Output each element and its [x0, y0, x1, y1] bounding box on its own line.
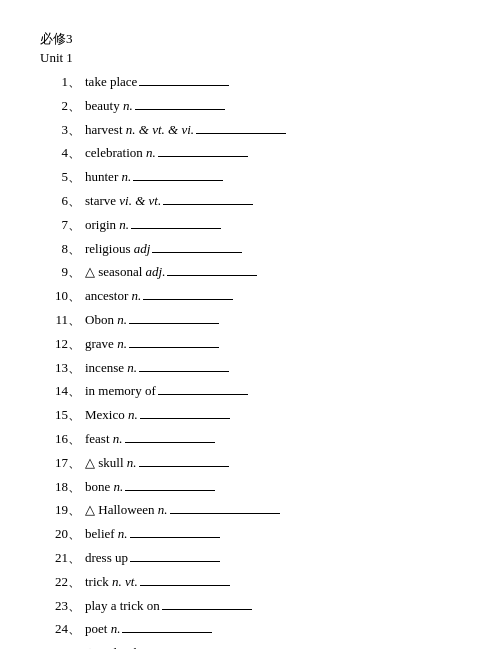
list-item: 2、beauty n.: [40, 96, 462, 117]
item-number: 2: [40, 96, 68, 117]
item-number: 15: [40, 405, 68, 426]
item-entry: Obon n.: [85, 310, 219, 331]
item-blank: [162, 597, 252, 610]
item-entry: △ seasonal adj.: [85, 262, 257, 283]
list-item: 14、in memory of: [40, 381, 462, 402]
item-number: 22: [40, 572, 68, 593]
vocab-list: 1、take place2、beauty n.3、harvest n. & vt…: [40, 72, 462, 649]
item-punct: 、: [68, 429, 81, 450]
list-item: 22、trick n. vt.: [40, 572, 462, 593]
item-blank: [130, 525, 220, 538]
item-number: 19: [40, 500, 68, 521]
item-blank: [139, 454, 229, 467]
item-number: 25: [40, 643, 68, 649]
unit-label: Unit 1: [40, 50, 462, 66]
item-number: 12: [40, 334, 68, 355]
item-number: 14: [40, 381, 68, 402]
item-punct: 、: [68, 262, 81, 283]
item-entry: play a trick on: [85, 596, 252, 617]
list-item: 7、origin n.: [40, 215, 462, 236]
item-punct: 、: [68, 524, 81, 545]
item-blank: [129, 335, 219, 348]
item-blank: [130, 549, 220, 562]
list-item: 9、△ seasonal adj.: [40, 262, 462, 283]
item-blank: [158, 382, 248, 395]
item-number: 11: [40, 310, 68, 331]
item-blank: [131, 216, 221, 229]
list-item: 1、take place: [40, 72, 462, 93]
item-number: 1: [40, 72, 68, 93]
item-entry: △ Columbus Day: [85, 643, 269, 649]
item-entry: celebration n.: [85, 143, 248, 164]
item-punct: 、: [68, 643, 81, 649]
item-number: 21: [40, 548, 68, 569]
list-item: 4、celebration n.: [40, 143, 462, 164]
list-item: 17、△ skull n.: [40, 453, 462, 474]
item-entry: harvest n. & vt. & vi.: [85, 120, 286, 141]
item-entry: starve vi. & vt.: [85, 191, 253, 212]
item-entry: △ skull n.: [85, 453, 229, 474]
item-punct: 、: [68, 167, 81, 188]
list-item: 21、dress up: [40, 548, 462, 569]
item-number: 16: [40, 429, 68, 450]
item-number: 6: [40, 191, 68, 212]
item-punct: 、: [68, 477, 81, 498]
item-entry: Mexico n.: [85, 405, 230, 426]
item-punct: 、: [68, 405, 81, 426]
list-item: 16、feast n.: [40, 429, 462, 450]
list-item: 11、Obon n.: [40, 310, 462, 331]
item-number: 18: [40, 477, 68, 498]
item-entry: grave n.: [85, 334, 219, 355]
item-blank: [133, 168, 223, 181]
list-item: 6、starve vi. & vt.: [40, 191, 462, 212]
list-item: 12、grave n.: [40, 334, 462, 355]
list-item: 10、ancestor n.: [40, 286, 462, 307]
item-entry: bone n.: [85, 477, 215, 498]
item-punct: 、: [68, 572, 81, 593]
item-entry: in memory of: [85, 381, 248, 402]
item-number: 10: [40, 286, 68, 307]
item-number: 24: [40, 619, 68, 640]
item-entry: ancestor n.: [85, 286, 233, 307]
item-blank: [139, 73, 229, 86]
list-item: 15、Mexico n.: [40, 405, 462, 426]
item-punct: 、: [68, 500, 81, 521]
item-blank: [158, 144, 248, 157]
item-blank: [140, 406, 230, 419]
item-blank: [143, 287, 233, 300]
item-number: 3: [40, 120, 68, 141]
item-punct: 、: [68, 453, 81, 474]
item-punct: 、: [68, 358, 81, 379]
item-entry: △ Halloween n.: [85, 500, 280, 521]
item-blank: [163, 192, 253, 205]
item-number: 13: [40, 358, 68, 379]
list-item: 24、poet n.: [40, 619, 462, 640]
list-item: 18、bone n.: [40, 477, 462, 498]
item-blank: [129, 311, 219, 324]
list-item: 19、△ Halloween n.: [40, 500, 462, 521]
item-punct: 、: [68, 191, 81, 212]
item-entry: incense n.: [85, 358, 229, 379]
item-punct: 、: [68, 72, 81, 93]
item-entry: origin n.: [85, 215, 221, 236]
item-blank: [125, 430, 215, 443]
item-punct: 、: [68, 215, 81, 236]
item-blank: [125, 478, 215, 491]
item-number: 9: [40, 262, 68, 283]
item-blank: [135, 97, 225, 110]
item-entry: trick n. vt.: [85, 572, 230, 593]
item-blank: [152, 240, 242, 253]
item-punct: 、: [68, 548, 81, 569]
item-number: 4: [40, 143, 68, 164]
item-number: 17: [40, 453, 68, 474]
item-number: 8: [40, 239, 68, 260]
item-entry: poet n.: [85, 619, 212, 640]
list-item: 3、harvest n. & vt. & vi.: [40, 120, 462, 141]
item-punct: 、: [68, 381, 81, 402]
item-punct: 、: [68, 310, 81, 331]
list-item: 5、hunter n.: [40, 167, 462, 188]
item-punct: 、: [68, 96, 81, 117]
item-punct: 、: [68, 596, 81, 617]
list-item: 20、belief n.: [40, 524, 462, 545]
list-item: 25、△ Columbus Day: [40, 643, 462, 649]
